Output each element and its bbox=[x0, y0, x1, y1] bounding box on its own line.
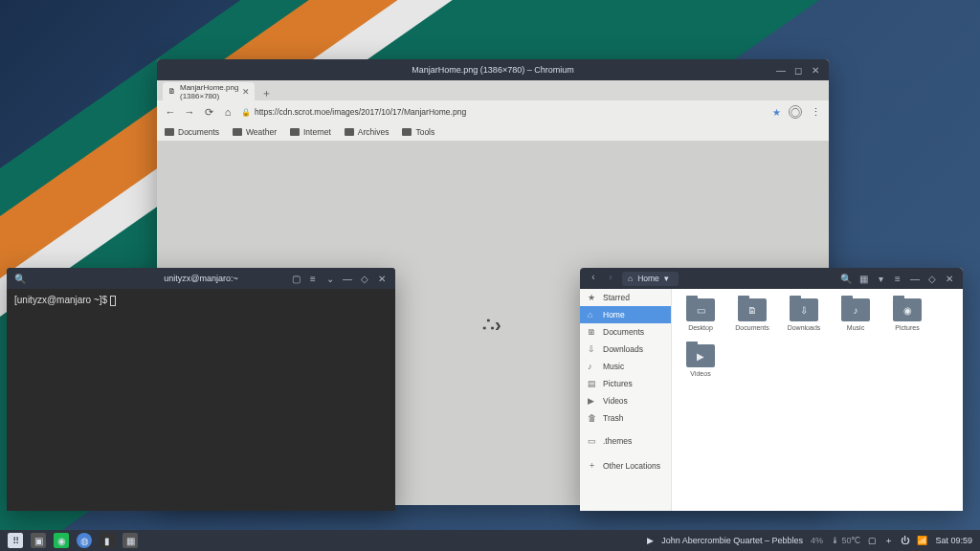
new-tab-button[interactable]: ＋ bbox=[258, 85, 274, 100]
chevron-down-icon: ▾ bbox=[664, 274, 669, 283]
bookmark-item[interactable]: Internet bbox=[290, 127, 331, 137]
taskbar-files-icon[interactable]: ▣ bbox=[31, 533, 46, 548]
folder-documents[interactable]: 🗎Documents bbox=[733, 298, 771, 331]
apps-menu-icon[interactable]: ⠿ bbox=[8, 533, 23, 548]
folder-icon: ◉ bbox=[893, 298, 922, 321]
taskbar-terminal-icon[interactable]: ▮ bbox=[100, 533, 115, 548]
music-icon: ♪ bbox=[588, 362, 597, 371]
terminal-prompt: [unityzx@manjaro ~]$ bbox=[14, 295, 110, 305]
nav-reload-icon[interactable]: ⟳ bbox=[203, 106, 214, 118]
nav-home-icon[interactable]: ⌂ bbox=[222, 106, 234, 118]
path-breadcrumb[interactable]: ⌂ Home ▾ bbox=[622, 272, 679, 286]
window-minimize-icon[interactable]: — bbox=[909, 273, 921, 284]
taskbar-chromium-icon[interactable]: ◍ bbox=[77, 533, 92, 548]
sidebar-item-home[interactable]: ⌂Home bbox=[580, 306, 671, 323]
pictures-icon: ▤ bbox=[588, 379, 597, 388]
tray-volume-icon[interactable]: ＋ bbox=[884, 535, 893, 547]
files-window: ‹ › ⌂ Home ▾ 🔍 ▦ ▾ ≡ — ◇ ✕ ★Starred ⌂Hom… bbox=[580, 268, 963, 511]
window-close-icon[interactable]: ✕ bbox=[944, 273, 955, 284]
bookmark-item[interactable]: Archives bbox=[345, 127, 390, 137]
taskbar-app-icon[interactable]: ▦ bbox=[122, 533, 138, 548]
folder-desktop[interactable]: ▭Desktop bbox=[681, 298, 720, 331]
sidebar-item-downloads[interactable]: ⇩Downloads bbox=[580, 341, 671, 358]
folder-icon: 🗎 bbox=[738, 298, 767, 321]
system-tray: ▶ John Abercrombie Quartet – Pebbles 4% … bbox=[647, 535, 972, 547]
nav-forward-icon[interactable]: → bbox=[184, 106, 195, 118]
files-titlebar[interactable]: ‹ › ⌂ Home ▾ 🔍 ▦ ▾ ≡ — ◇ ✕ bbox=[580, 268, 963, 289]
video-icon: ▶ bbox=[588, 396, 597, 406]
sidebar-item-pictures[interactable]: ▤Pictures bbox=[580, 375, 671, 392]
media-play-icon[interactable]: ▶ bbox=[647, 536, 654, 545]
bookmark-item[interactable]: Weather bbox=[233, 127, 277, 137]
folder-icon: ♪ bbox=[841, 298, 870, 321]
files-content[interactable]: ▭Desktop 🗎Documents ⇩Downloads ♪Music ◉P… bbox=[672, 289, 963, 511]
files-search-icon[interactable]: 🔍 bbox=[840, 273, 852, 284]
folder-downloads[interactable]: ⇩Downloads bbox=[785, 298, 823, 331]
terminal-menu-icon[interactable]: ≡ bbox=[307, 273, 319, 284]
terminal-titlebar[interactable]: 🔍 unityzx@manjaro:~ ▢ ≡ ⌄ — ◇ ✕ bbox=[7, 268, 395, 289]
sidebar-item-trash[interactable]: 🗑Trash bbox=[580, 409, 671, 427]
sidebar-item-music[interactable]: ♪Music bbox=[580, 358, 671, 375]
sidebar-item-starred[interactable]: ★Starred bbox=[580, 289, 671, 306]
tab-label: ManjarHome.png (1386×780) bbox=[180, 83, 238, 100]
folder-icon bbox=[290, 128, 300, 136]
tray-workspace-icon[interactable]: ▢ bbox=[868, 536, 877, 545]
tab-close-icon[interactable]: ✕ bbox=[242, 87, 250, 97]
nav-back-icon[interactable]: ← bbox=[165, 106, 176, 118]
window-minimize-icon[interactable]: — bbox=[342, 273, 353, 284]
folder-icon bbox=[233, 128, 242, 136]
nav-forward-icon[interactable]: › bbox=[605, 272, 616, 283]
terminal-body[interactable]: [unityzx@manjaro ~]$ bbox=[7, 289, 395, 312]
terminal-newtab-icon[interactable]: ▢ bbox=[290, 273, 301, 284]
nav-back-icon[interactable]: ‹ bbox=[588, 272, 599, 283]
window-close-icon[interactable]: ✕ bbox=[376, 273, 388, 284]
folder-icon bbox=[345, 128, 354, 136]
temperature-indicator[interactable]: 🌡 50℃ bbox=[831, 536, 861, 545]
sidebar-item-documents[interactable]: 🗎Documents bbox=[580, 323, 671, 341]
folder-icon bbox=[402, 128, 412, 136]
taskbar-spotify-icon[interactable]: ◉ bbox=[54, 533, 69, 548]
browser-window-title: ManjarHome.png (1386×780) – Chromium bbox=[157, 65, 829, 75]
profile-avatar-icon[interactable]: ◯ bbox=[789, 105, 802, 119]
window-maximize-icon[interactable]: ◇ bbox=[359, 273, 370, 284]
folder-icon: ▶ bbox=[686, 344, 715, 367]
window-close-icon[interactable]: ✕ bbox=[810, 64, 821, 76]
media-now-playing[interactable]: John Abercrombie Quartet – Pebbles bbox=[661, 536, 803, 545]
folder-pictures[interactable]: ◉Pictures bbox=[888, 298, 926, 331]
sidebar-item-themes[interactable]: ▭.themes bbox=[580, 432, 671, 450]
clock[interactable]: Sat 09:59 bbox=[935, 536, 972, 545]
files-menu-icon[interactable]: ≡ bbox=[892, 273, 903, 284]
folder-icon: ⇩ bbox=[790, 298, 818, 321]
sidebar-item-videos[interactable]: ▶Videos bbox=[580, 392, 671, 409]
bookmark-item[interactable]: Documents bbox=[165, 127, 219, 137]
loading-spinner-icon: ∴› bbox=[482, 313, 503, 334]
bookmark-star-icon[interactable]: ★ bbox=[772, 107, 781, 118]
browser-tab[interactable]: 🗎 ManjarHome.png (1386×780) ✕ bbox=[163, 82, 255, 100]
browser-menu-icon[interactable]: ⋮ bbox=[810, 106, 821, 118]
chevron-down-icon[interactable]: ▾ bbox=[875, 273, 886, 284]
tray-network-icon[interactable]: 📶 bbox=[917, 536, 927, 545]
window-maximize-icon[interactable]: ◻ bbox=[792, 64, 804, 76]
trash-icon: 🗑 bbox=[588, 413, 597, 423]
download-icon: ⇩ bbox=[588, 344, 597, 354]
window-minimize-icon[interactable]: — bbox=[775, 64, 787, 76]
terminal-search-icon[interactable]: 🔍 bbox=[14, 273, 26, 284]
files-sidebar: ★Starred ⌂Home 🗎Documents ⇩Downloads ♪Mu… bbox=[580, 289, 672, 511]
bookmark-item[interactable]: Tools bbox=[402, 127, 434, 137]
chevron-down-icon[interactable]: ⌄ bbox=[324, 273, 336, 284]
sidebar-item-other-locations[interactable]: ＋Other Locations bbox=[580, 455, 671, 475]
tray-power-icon[interactable]: ⏻ bbox=[901, 536, 909, 545]
folder-music[interactable]: ♪Music bbox=[836, 298, 875, 331]
bottom-panel: ⠿ ▣ ◉ ◍ ▮ ▦ ▶ John Abercrombie Quartet –… bbox=[0, 530, 980, 551]
document-icon: 🗎 bbox=[588, 327, 597, 337]
folder-icon: ▭ bbox=[588, 436, 597, 446]
url-bar[interactable]: 🔒 https://cdn.scrot.moe/images/2017/10/1… bbox=[241, 103, 765, 121]
browser-toolbar: ← → ⟳ ⌂ 🔒 https://cdn.scrot.moe/images/2… bbox=[157, 100, 829, 123]
terminal-cursor bbox=[110, 296, 116, 306]
window-maximize-icon[interactable]: ◇ bbox=[926, 273, 938, 284]
folder-icon bbox=[165, 128, 174, 136]
folder-videos[interactable]: ▶Videos bbox=[681, 344, 720, 377]
view-grid-icon[interactable]: ▦ bbox=[858, 273, 869, 284]
browser-titlebar[interactable]: ManjarHome.png (1386×780) – Chromium — ◻… bbox=[157, 59, 829, 80]
battery-indicator[interactable]: 4% bbox=[811, 536, 823, 545]
